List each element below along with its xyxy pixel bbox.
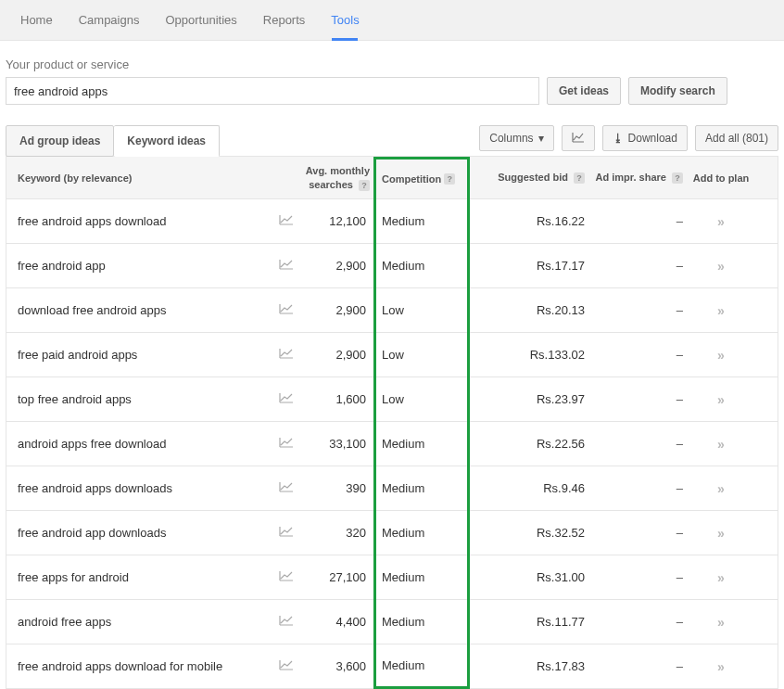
trend-chart-icon[interactable] [275,481,297,495]
chart-toggle-button[interactable] [562,125,595,151]
keyword-cell[interactable]: download free android apps [6,303,275,317]
keyword-cell[interactable]: free android app downloads [6,526,275,540]
bid-cell: Rs.9.46 [470,481,592,495]
searches-cell: 390 [297,481,373,495]
add-to-plan-button[interactable]: » [690,615,752,630]
searches-cell: 27,100 [297,570,373,584]
table-row: free android app2,900MediumRs.17.17–» [6,244,778,288]
top-nav: Home Campaigns Opportunities Reports Too… [0,0,784,41]
help-icon[interactable]: ? [444,173,455,185]
add-all-button[interactable]: Add all (801) [695,125,778,151]
help-icon[interactable]: ? [672,172,683,184]
competition-cell: Medium [373,199,470,244]
header-competition[interactable]: Competition ? [373,157,470,199]
trend-chart-icon[interactable] [275,214,297,228]
competition-cell: Medium [373,511,470,555]
competition-cell: Low [373,333,470,377]
download-button[interactable]: ⭳ Download [602,125,688,151]
keyword-cell[interactable]: free android apps downloads [6,481,275,495]
trend-chart-icon[interactable] [275,615,297,629]
trend-chart-icon[interactable] [275,526,297,540]
help-icon[interactable]: ? [359,180,370,191]
impr-share-cell: – [592,214,690,228]
impr-share-cell: – [592,481,690,495]
competition-cell: Low [373,288,470,333]
header-bid[interactable]: Suggested bid ? [470,172,592,184]
keyword-table: Keyword (by relevance) Avg. monthly sear… [6,156,778,689]
keyword-cell[interactable]: top free android apps [6,392,275,406]
tab-ad-group-ideas[interactable]: Ad group ideas [6,125,114,157]
impr-share-cell: – [592,659,690,673]
download-icon: ⭳ [613,132,624,145]
keyword-cell[interactable]: free apps for android [6,570,275,584]
trend-chart-icon[interactable] [275,259,297,273]
add-to-plan-button[interactable]: » [690,659,752,674]
table-row: free android apps download12,100MediumRs… [6,199,778,244]
table-row: free apps for android27,100MediumRs.31.0… [6,555,778,600]
competition-cell: Low [373,377,470,422]
add-to-plan-button[interactable]: » [690,348,752,363]
bid-cell: Rs.22.56 [470,437,592,451]
nav-campaigns[interactable]: Campaigns [66,0,153,40]
impr-share-cell: – [592,303,690,317]
keyword-cell[interactable]: android apps free download [6,437,275,451]
bid-cell: Rs.20.13 [470,303,592,317]
searches-cell: 4,400 [297,615,373,629]
impr-share-cell: – [592,615,690,629]
searches-cell: 33,100 [297,437,373,451]
impr-share-cell: – [592,526,690,540]
modify-search-button[interactable]: Modify search [628,77,727,105]
help-icon[interactable]: ? [574,172,585,184]
trend-chart-icon[interactable] [275,348,297,362]
trend-chart-icon[interactable] [275,392,297,406]
get-ideas-button[interactable]: Get ideas [547,77,621,105]
competition-cell: Medium [373,555,470,600]
keyword-cell[interactable]: android free apps [6,615,275,629]
competition-cell: Medium [373,422,470,466]
impr-share-cell: – [592,392,690,406]
searches-cell: 2,900 [297,348,373,362]
bid-cell: Rs.133.02 [470,348,592,362]
searches-cell: 12,100 [297,214,373,228]
header-impr-share[interactable]: Ad impr. share ? [592,172,690,184]
add-to-plan-button[interactable]: » [690,259,752,274]
keyword-cell[interactable]: free android apps download [6,214,275,228]
table-row: free android apps download for mobile3,6… [6,644,778,689]
header-add-to-plan: Add to plan [690,172,752,184]
bid-cell: Rs.31.00 [470,570,592,584]
add-to-plan-button[interactable]: » [690,481,752,496]
competition-cell: Medium [373,600,470,644]
searches-cell: 2,900 [297,303,373,317]
bid-cell: Rs.32.52 [470,526,592,540]
search-input[interactable] [6,77,539,105]
header-keyword[interactable]: Keyword (by relevance) [6,172,275,184]
bid-cell: Rs.11.77 [470,615,592,629]
trend-chart-icon[interactable] [275,303,297,317]
add-to-plan-button[interactable]: » [690,392,752,407]
table-row: android free apps4,400MediumRs.11.77–» [6,600,778,644]
add-to-plan-button[interactable]: » [690,437,752,452]
nav-reports[interactable]: Reports [250,0,319,40]
trend-chart-icon[interactable] [275,570,297,584]
competition-cell: Medium [373,244,470,288]
tab-keyword-ideas[interactable]: Keyword ideas [114,125,220,157]
add-to-plan-button[interactable]: » [690,570,752,585]
add-to-plan-button[interactable]: » [690,214,752,229]
trend-chart-icon[interactable] [275,437,297,451]
nav-tools[interactable]: Tools [318,0,372,40]
add-to-plan-button[interactable]: » [690,303,752,318]
trend-chart-icon[interactable] [275,659,297,673]
keyword-cell[interactable]: free android app [6,259,275,273]
columns-button[interactable]: Columns ▾ [479,125,553,151]
search-label: Your product or service [6,57,778,71]
nav-home[interactable]: Home [7,0,66,40]
add-to-plan-button[interactable]: » [690,526,752,541]
keyword-cell[interactable]: free paid android apps [6,348,275,362]
competition-cell: Medium [373,466,470,511]
impr-share-cell: – [592,570,690,584]
table-row: android apps free download33,100MediumRs… [6,422,778,466]
header-searches[interactable]: Avg. monthly searches ? [297,164,373,191]
nav-opportunities[interactable]: Opportunities [152,0,249,40]
keyword-cell[interactable]: free android apps download for mobile [6,659,275,673]
searches-cell: 2,900 [297,259,373,273]
